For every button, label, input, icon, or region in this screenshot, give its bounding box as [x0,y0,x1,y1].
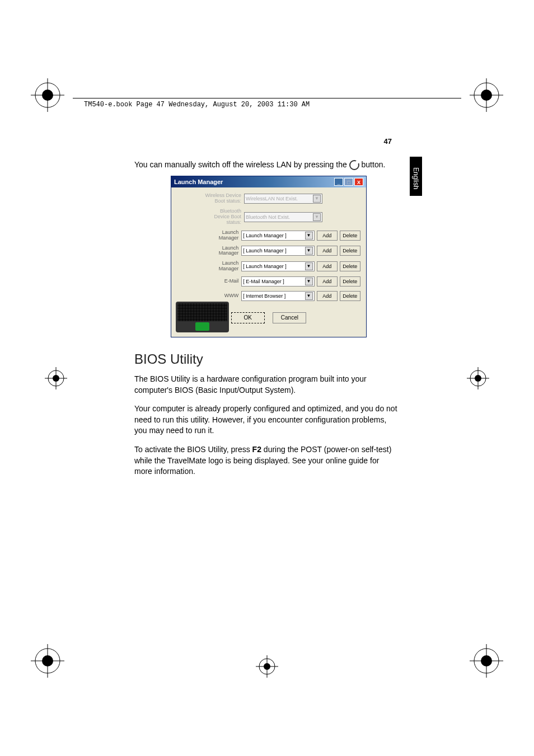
chevron-down-icon[interactable]: ▼ [305,232,313,240]
select-value: Bluetooth Not Exist. [246,214,290,220]
ok-button[interactable]: OK [231,312,265,323]
row-select[interactable]: [ E-Mail Manager ]▼ [241,276,314,287]
config-row: Bluetooth Device Boot status:Bluetooth N… [205,209,360,226]
config-row: Launch Manager[ Launch Manager ]▼AddDele… [205,261,360,272]
row-label: E-Mail [205,279,241,284]
chevron-down-icon[interactable]: ▼ [305,247,313,255]
row-select[interactable]: [ Launch Manager ]▼ [241,231,314,241]
keyboard-illustration [176,302,229,332]
bios-heading: BIOS Utility [134,351,397,367]
f2-key: F2 [252,445,261,454]
delete-button[interactable]: Delete [340,276,360,287]
delete-button[interactable]: Delete [340,291,360,301]
add-button[interactable]: Add [317,276,338,287]
body-paragraph: To activate the BIOS Utility, press F2 d… [134,444,397,477]
wireless-icon [349,160,359,170]
row-select[interactable]: [ Launch Manager ]▼ [241,246,314,256]
row-select[interactable]: [ Internet Browser ]▼ [241,291,314,301]
header-text: TM540-e.book Page 47 Wednesday, August 2… [84,101,310,109]
delete-button[interactable]: Delete [340,246,360,256]
select-value: [ Launch Manager ] [243,248,287,253]
select-value: [ E-Mail Manager ] [243,279,284,284]
chevron-down-icon[interactable]: ▼ [305,292,313,300]
crop-mark-icon [256,655,278,678]
p3-text-a: To activate the BIOS Utility, press [134,445,252,454]
config-row: E-Mail[ E-Mail Manager ]▼AddDelete [205,276,360,287]
select-value: [ Launch Manager ] [243,264,287,269]
crop-mark-icon [470,644,503,678]
cancel-button[interactable]: Cancel [273,312,306,323]
window-body: Wireless Device Boot status:WirelessLAN … [171,187,366,337]
chevron-down-icon: ▼ [313,213,321,221]
maximize-button[interactable]: □ [344,178,353,186]
crop-mark-icon [31,644,64,678]
chevron-down-icon: ▼ [313,195,321,203]
body-paragraph: Your computer is already properly config… [134,403,397,436]
chevron-down-icon[interactable]: ▼ [305,278,313,285]
body-paragraph: The BIOS Utility is a hardware configura… [134,374,397,396]
close-button[interactable]: X [354,178,363,186]
select-value: [ Launch Manager ] [243,233,287,238]
chevron-down-icon[interactable]: ▼ [305,262,313,270]
config-row: Wireless Device Boot status:WirelessLAN … [205,193,360,204]
crop-mark-icon [45,367,67,389]
crop-mark-icon [467,367,489,389]
row-label: Launch Manager [205,261,241,272]
config-row: Launch Manager[ Launch Manager ]▼AddDele… [205,246,360,257]
config-row: WWW[ Internet Browser ]▼AddDelete [205,291,360,301]
select-value: [ Internet Browser ] [243,293,285,299]
delete-button[interactable]: Delete [340,231,360,241]
add-button[interactable]: Add [317,246,338,256]
row-select[interactable]: [ Launch Manager ]▼ [241,261,314,271]
launch-manager-window: Launch Manager _ □ X Wireless Device Boo… [171,176,367,337]
crop-mark-icon [470,78,503,112]
config-row: Launch Manager[ Launch Manager ]▼AddDele… [205,230,360,241]
add-button[interactable]: Add [317,231,338,241]
window-title: Launch Manager [174,179,223,185]
row-label: Bluetooth Device Boot status: [205,209,244,226]
row-select: Bluetooth Not Exist.▼ [244,212,322,222]
row-label: Launch Manager [205,246,241,257]
intro-paragraph: You can manually switch off the wireless… [134,159,397,170]
header-rule [73,98,461,98]
page-number: 47 [384,137,392,145]
intro-text-2: button. [362,160,386,169]
row-label: Wireless Device Boot status: [205,193,244,204]
crop-mark-icon [31,78,64,112]
language-tab: English [410,157,422,196]
intro-text-1: You can manually switch off the wireless… [134,160,349,169]
delete-button[interactable]: Delete [340,261,360,271]
window-titlebar[interactable]: Launch Manager _ □ X [171,176,366,187]
row-label: Launch Manager [205,230,241,241]
add-button[interactable]: Add [317,261,338,271]
row-label: WWW [205,293,241,299]
minimize-button[interactable]: _ [334,178,343,186]
row-select: WirelessLAN Not Exist.▼ [244,194,322,204]
add-button[interactable]: Add [317,291,338,301]
select-value: WirelessLAN Not Exist. [246,196,298,201]
